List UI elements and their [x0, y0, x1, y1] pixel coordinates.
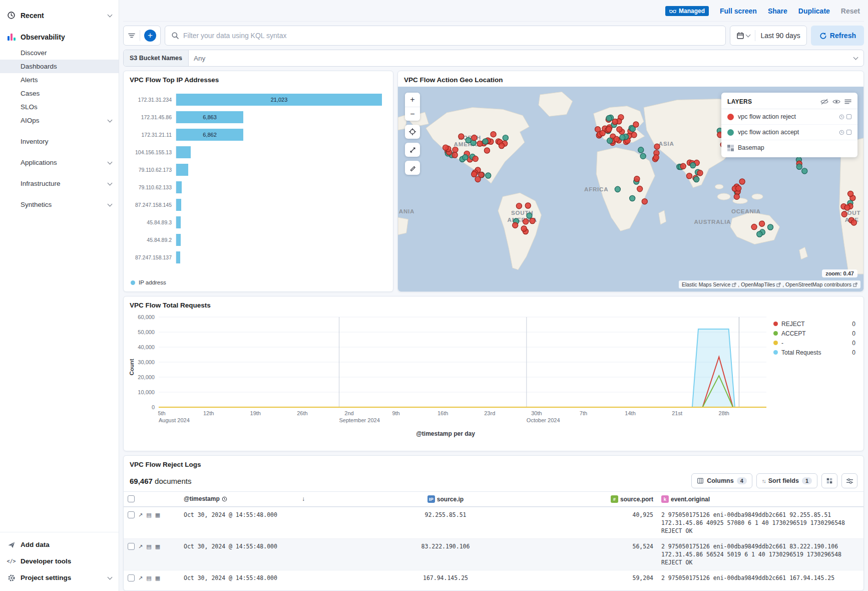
sidebar-item-alerts[interactable]: Alerts: [0, 73, 119, 87]
ip-bar[interactable]: [176, 234, 181, 246]
layer-item-reject[interactable]: vpc flow action reject: [721, 109, 857, 125]
layer-item-accept[interactable]: vpc flow action accept: [721, 125, 857, 140]
layer-list-icon[interactable]: [844, 99, 851, 105]
add-filter-button[interactable]: +: [144, 30, 156, 42]
chevron-down-icon[interactable]: [853, 55, 858, 60]
columns-button[interactable]: Columns 4: [691, 473, 752, 488]
map-tools-button[interactable]: [405, 161, 420, 175]
layer-checkbox[interactable]: [846, 130, 851, 135]
legend-item-accept[interactable]: ACCEPT0: [773, 329, 855, 338]
kql-search-input[interactable]: [183, 32, 719, 40]
row-checkbox[interactable]: [128, 543, 135, 550]
document-count-value: 69,467: [130, 477, 153, 485]
ip-bar[interactable]: 6,862: [176, 129, 243, 141]
expand-map-button[interactable]: [405, 143, 420, 157]
view-document-icon[interactable]: ▤: [146, 574, 151, 582]
reset-button[interactable]: Reset: [841, 7, 860, 15]
column-header-source-ip[interactable]: IP source.ip: [309, 492, 582, 506]
attribution-link[interactable]: Elastic Maps Service: [682, 281, 730, 287]
expand-row-icon[interactable]: ↗: [138, 574, 143, 582]
sidebar-item-synthetics[interactable]: Synthetics: [0, 198, 119, 211]
select-all-checkbox[interactable]: [128, 495, 135, 502]
ip-legend[interactable]: IP address: [124, 276, 393, 291]
expand-row-icon[interactable]: ↗: [138, 542, 143, 550]
legend-dot-icon: [131, 280, 135, 285]
show-all-layers-icon[interactable]: [832, 99, 840, 105]
external-link-icon: [732, 282, 736, 287]
ip-bar[interactable]: 21,023: [176, 94, 382, 106]
display-options-button[interactable]: [821, 473, 837, 488]
sidebar-item-dashboards[interactable]: Dashboards: [0, 60, 119, 73]
grid-settings-button[interactable]: [841, 473, 857, 488]
sidebar-section-observability[interactable]: Observability: [0, 29, 119, 45]
accept-dot: [638, 147, 644, 153]
ip-bar[interactable]: [176, 199, 181, 211]
ip-bar[interactable]: [176, 181, 182, 193]
sidebar-item-applications[interactable]: Applications: [0, 156, 119, 169]
row-checkbox[interactable]: [128, 574, 135, 581]
view-details-icon[interactable]: ▦: [155, 542, 160, 550]
hide-all-layers-icon[interactable]: [820, 99, 828, 105]
zoom-in-button[interactable]: +: [405, 93, 420, 107]
ip-bar[interactable]: 6,863: [176, 111, 243, 123]
view-document-icon[interactable]: ▤: [146, 511, 151, 519]
sidebar-item-recent[interactable]: Recent: [0, 7, 119, 24]
sidebar-item-project-settings[interactable]: Project settings: [0, 569, 119, 586]
search-box: [165, 26, 726, 46]
ip-bar[interactable]: [176, 164, 188, 176]
sidebar-item-add-data[interactable]: Add data: [0, 536, 119, 553]
ip-bar[interactable]: [176, 251, 180, 263]
accept-dot: [615, 186, 620, 192]
sidebar-item-slos[interactable]: SLOs: [0, 100, 119, 114]
keyword-type-icon: k: [661, 495, 669, 503]
legend-item-total-requests[interactable]: Total Requests0: [773, 348, 855, 357]
time-range-label[interactable]: Last 90 days: [760, 32, 800, 40]
logs-table-header: @timestamp ↓ IP source.ip # source.port …: [124, 491, 863, 507]
column-header-timestamp[interactable]: @timestamp ↓: [180, 492, 309, 506]
legend-label: -: [781, 340, 783, 347]
reject-dot: [459, 134, 464, 139]
sidebar-item-aiops[interactable]: AIOps: [0, 114, 119, 127]
sidebar-item-infrastructure[interactable]: Infrastructure: [0, 177, 119, 190]
crosshair-icon: [408, 128, 416, 136]
duplicate-button[interactable]: Duplicate: [798, 7, 830, 15]
legend-item-reject[interactable]: REJECT0: [773, 319, 855, 329]
sort-direction-icon[interactable]: ↓: [302, 495, 305, 502]
full-screen-button[interactable]: Full screen: [720, 7, 757, 15]
expand-row-icon[interactable]: ↗: [138, 511, 143, 519]
legend-item-series[interactable]: -0: [773, 338, 855, 348]
view-details-icon[interactable]: ▦: [155, 511, 160, 519]
attribution-link[interactable]: OpenMapTiles: [741, 281, 775, 287]
sidebar-item-cases[interactable]: Cases: [0, 87, 119, 100]
filter-button[interactable]: [128, 32, 136, 40]
series-line-total-requests: [159, 329, 766, 407]
reject-dot: [736, 185, 741, 191]
layer-item-basemap[interactable]: Basemap: [721, 140, 857, 155]
refresh-button[interactable]: Refresh: [811, 26, 864, 46]
calendar-button[interactable]: [736, 32, 750, 40]
view-details-icon[interactable]: ▦: [155, 574, 160, 582]
bar-row: 172.31.21.116,862: [129, 126, 382, 143]
view-document-icon[interactable]: ▤: [146, 542, 151, 550]
chevron-down-icon[interactable]: [108, 12, 113, 17]
zoom-level-badge: zoom: 0.47: [822, 269, 857, 277]
sidebar-item-discover[interactable]: Discover: [0, 46, 119, 60]
zoom-out-button[interactable]: −: [405, 107, 420, 121]
column-header-event-original[interactable]: k event.original: [657, 492, 863, 506]
row-checkbox[interactable]: [128, 511, 135, 518]
fit-to-data-button[interactable]: [405, 125, 420, 139]
x-axis-tick: 21st: [672, 410, 682, 416]
geo-map[interactable]: NORTHAMERICASOUTHAMERICAAFRICAASIAOCEANI…: [398, 87, 863, 291]
sidebar-item-developer-tools[interactable]: </> Developer tools: [0, 553, 119, 569]
ip-bar[interactable]: [176, 146, 191, 158]
attribution-link[interactable]: OpenStreetMap contributors: [785, 281, 851, 287]
column-header-source-port[interactable]: # source.port: [582, 492, 657, 506]
sidebar-item-inventory[interactable]: Inventory: [0, 135, 119, 148]
ip-bar[interactable]: [176, 216, 181, 228]
legend-value: 0: [852, 321, 855, 328]
s3-bucket-control[interactable]: S3 Bucket Names Any: [123, 50, 864, 67]
share-button[interactable]: Share: [768, 7, 787, 15]
chevron-down-icon[interactable]: [108, 574, 113, 579]
layer-checkbox[interactable]: [846, 114, 851, 119]
sort-fields-button[interactable]: ↑↓ Sort fields 1: [756, 473, 817, 488]
